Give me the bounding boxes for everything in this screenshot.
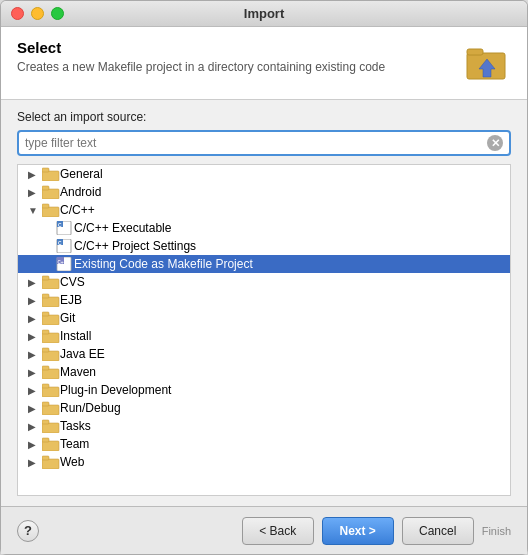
- help-button[interactable]: ?: [17, 520, 39, 542]
- svg-rect-30: [42, 387, 59, 397]
- folder-icon-tasks: [42, 419, 60, 433]
- svg-rect-26: [42, 351, 59, 361]
- import-dialog: Import Select Creates a new Makefile pro…: [0, 0, 528, 555]
- file-cpp-icon: C++: [56, 257, 74, 271]
- tree-label-cpp: C/C++: [60, 203, 95, 217]
- tree-item-install[interactable]: ▶ Install: [18, 327, 510, 345]
- svg-rect-39: [42, 456, 49, 460]
- svg-rect-3: [42, 171, 59, 181]
- tree-item-tasks[interactable]: ▶ Tasks: [18, 417, 510, 435]
- svg-rect-20: [42, 297, 59, 307]
- maximize-button[interactable]: [51, 7, 64, 20]
- tree-item-general[interactable]: ▶ General: [18, 165, 510, 183]
- tree-item-web[interactable]: ▶ Web: [18, 453, 510, 471]
- tree-label-team: Team: [60, 437, 89, 451]
- svg-rect-6: [42, 186, 49, 190]
- import-source-tree[interactable]: ▶ General ▶ Android ▼: [17, 164, 511, 496]
- svg-rect-24: [42, 333, 59, 343]
- tree-item-run-debug[interactable]: ▶ Run/Debug: [18, 399, 510, 417]
- next-button[interactable]: Next >: [322, 517, 394, 545]
- tree-item-cpp-makefile[interactable]: C++ Existing Code as Makefile Project: [18, 255, 510, 273]
- folder-icon-ejb: [42, 293, 60, 307]
- svg-rect-25: [42, 330, 49, 334]
- folder-icon-run-debug: [42, 401, 60, 415]
- tree-item-cpp-exec[interactable]: C C/C++ Executable: [18, 219, 510, 237]
- folder-icon-install: [42, 329, 60, 343]
- expand-arrow-web: ▶: [28, 457, 42, 468]
- tree-item-cpp[interactable]: ▼ C/C++: [18, 201, 510, 219]
- svg-rect-29: [42, 366, 49, 370]
- expand-arrow-team: ▶: [28, 439, 42, 450]
- tree-label-javaee: Java EE: [60, 347, 105, 361]
- tree-label-android: Android: [60, 185, 101, 199]
- close-button[interactable]: [11, 7, 24, 20]
- svg-rect-36: [42, 441, 59, 451]
- tree-item-android[interactable]: ▶ Android: [18, 183, 510, 201]
- svg-rect-23: [42, 312, 49, 316]
- page-description: Creates a new Makefile project in a dire…: [17, 60, 385, 74]
- tree-item-git[interactable]: ▶ Git: [18, 309, 510, 327]
- svg-text:C: C: [58, 222, 62, 228]
- expand-arrow-maven: ▶: [28, 367, 42, 378]
- footer-right: < Back Next > Cancel Finish: [242, 517, 511, 545]
- tree-label-tasks: Tasks: [60, 419, 91, 433]
- svg-rect-7: [42, 207, 59, 217]
- svg-rect-18: [42, 279, 59, 289]
- folder-icon-team: [42, 437, 60, 451]
- dialog-footer: ? < Back Next > Cancel Finish: [1, 506, 527, 554]
- minimize-button[interactable]: [31, 7, 44, 20]
- back-button[interactable]: < Back: [242, 517, 314, 545]
- page-title: Select: [17, 39, 385, 56]
- tree-label-plugin-dev: Plug-in Development: [60, 383, 171, 397]
- footer-left: ?: [17, 520, 39, 542]
- svg-rect-35: [42, 420, 49, 424]
- search-row: ✕: [17, 130, 511, 156]
- tree-label-web: Web: [60, 455, 84, 469]
- finish-button: Finish: [482, 525, 511, 537]
- folder-icon-plugin-dev: [42, 383, 60, 397]
- expand-arrow-ejb: ▶: [28, 295, 42, 306]
- expand-arrow-cpp: ▼: [28, 205, 42, 216]
- file-c-icon2: C: [56, 239, 74, 253]
- expand-arrow-git: ▶: [28, 313, 42, 324]
- search-input[interactable]: [25, 134, 487, 152]
- expand-arrow-tasks: ▶: [28, 421, 42, 432]
- tree-label-run-debug: Run/Debug: [60, 401, 121, 415]
- tree-label-git: Git: [60, 311, 75, 325]
- tree-item-cvs[interactable]: ▶ CVS: [18, 273, 510, 291]
- tree-item-ejb[interactable]: ▶ EJB: [18, 291, 510, 309]
- tree-item-javaee[interactable]: ▶ Java EE: [18, 345, 510, 363]
- clear-search-button[interactable]: ✕: [487, 135, 503, 151]
- folder-icon-web: [42, 455, 60, 469]
- expand-arrow-general: ▶: [28, 169, 42, 180]
- window-controls: [11, 7, 64, 20]
- folder-icon: [42, 167, 60, 181]
- svg-rect-38: [42, 459, 59, 469]
- svg-rect-22: [42, 315, 59, 325]
- tree-item-maven[interactable]: ▶ Maven: [18, 363, 510, 381]
- header-text: Select Creates a new Makefile project in…: [17, 39, 385, 74]
- file-c-icon: C: [56, 221, 74, 235]
- svg-rect-1: [467, 49, 483, 55]
- tree-label-ejb: EJB: [60, 293, 82, 307]
- svg-rect-32: [42, 405, 59, 415]
- svg-rect-8: [42, 204, 49, 208]
- tree-item-team[interactable]: ▶ Team: [18, 435, 510, 453]
- svg-rect-33: [42, 402, 49, 406]
- title-bar: Import: [1, 1, 527, 27]
- svg-rect-28: [42, 369, 59, 379]
- cancel-button[interactable]: Cancel: [402, 517, 474, 545]
- svg-rect-19: [42, 276, 49, 280]
- tree-item-plugin-dev[interactable]: ▶ Plug-in Development: [18, 381, 510, 399]
- folder-icon-open: [42, 203, 60, 217]
- expand-arrow-install: ▶: [28, 331, 42, 342]
- folder-icon-cvs: [42, 275, 60, 289]
- expand-arrow-android: ▶: [28, 187, 42, 198]
- folder-icon-git: [42, 311, 60, 325]
- tree-label-cpp-settings: C/C++ Project Settings: [74, 239, 196, 253]
- dialog-header: Select Creates a new Makefile project in…: [1, 27, 527, 100]
- tree-label-maven: Maven: [60, 365, 96, 379]
- tree-item-cpp-settings[interactable]: C C/C++ Project Settings: [18, 237, 510, 255]
- svg-text:C++: C++: [58, 260, 67, 265]
- tree-label-install: Install: [60, 329, 91, 343]
